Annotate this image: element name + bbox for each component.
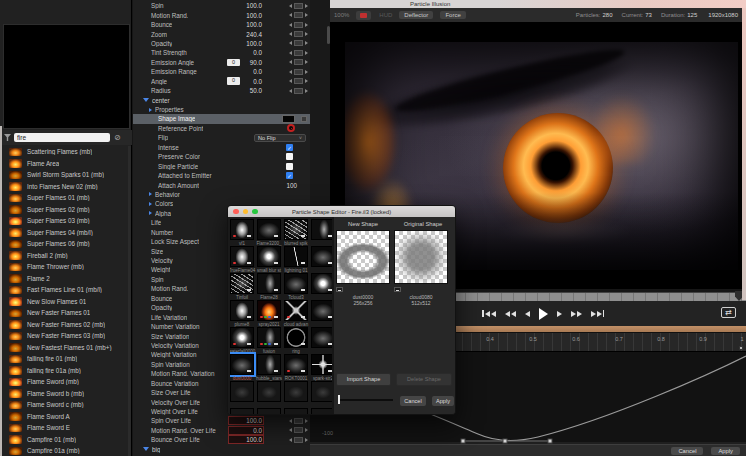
emitter-list-item[interactable]: Flame 2 bbox=[0, 273, 129, 285]
property-value[interactable]: 100.0 bbox=[226, 21, 262, 28]
property-value[interactable]: 0.0 bbox=[226, 68, 262, 75]
original-shape-flag-icon[interactable] bbox=[394, 287, 401, 292]
property-row[interactable]: Shape Image ˅ bbox=[133, 114, 310, 123]
emitter-list-item[interactable]: Into Flames New 02 (mb) bbox=[0, 181, 129, 193]
shape-tile[interactable]: lightning 01 bbox=[284, 246, 308, 273]
shape-tile[interactable]: ROKT0001 bbox=[284, 354, 308, 381]
property-value[interactable]: 0.0 bbox=[226, 49, 262, 56]
emitter-list-item[interactable]: New Faster Flames 01 bbox=[0, 307, 129, 319]
property-value[interactable]: 100.0 bbox=[226, 40, 262, 47]
property-checkbox[interactable] bbox=[286, 163, 293, 170]
property-value[interactable]: 0.0 bbox=[228, 426, 264, 435]
value-stepper[interactable] bbox=[289, 31, 308, 37]
force-button[interactable]: Force bbox=[440, 11, 465, 19]
stepper-slider-box[interactable] bbox=[294, 69, 303, 75]
stepper-slider-box[interactable] bbox=[294, 78, 303, 84]
value-stepper[interactable] bbox=[289, 12, 308, 18]
shape-tile[interactable] bbox=[230, 408, 254, 415]
emitter-list-item[interactable]: Super Flames 04 (mb/l) bbox=[0, 227, 129, 239]
delete-shape-button[interactable]: Delete Shape bbox=[396, 373, 452, 386]
group-bullet-icon[interactable] bbox=[149, 211, 152, 215]
stepper-slider-box[interactable] bbox=[294, 31, 303, 37]
expand-triangle-icon[interactable] bbox=[143, 98, 149, 102]
property-row[interactable]: Reference Point ˅ bbox=[133, 124, 310, 133]
stepper-right-arrow-icon[interactable] bbox=[305, 51, 308, 55]
emitter-list-item[interactable]: Super Flames 06 (mb) bbox=[0, 238, 129, 250]
stepper-right-arrow-icon[interactable] bbox=[305, 79, 308, 83]
go-to-start-button[interactable] bbox=[482, 310, 496, 317]
stepper-right-arrow-icon[interactable] bbox=[305, 419, 308, 423]
row-mini-icon[interactable] bbox=[301, 116, 307, 122]
stepper-slider-box[interactable] bbox=[294, 88, 303, 94]
stepper-slider-box[interactable] bbox=[294, 418, 303, 424]
stepper-left-arrow-icon[interactable] bbox=[289, 32, 292, 36]
keyframe-marker[interactable] bbox=[739, 346, 743, 350]
stepper-right-arrow-icon[interactable] bbox=[305, 4, 308, 8]
rewind-button[interactable] bbox=[505, 311, 516, 317]
value-stepper[interactable] bbox=[289, 437, 308, 443]
stepper-slider-box[interactable] bbox=[294, 427, 303, 433]
shape-tile[interactable] bbox=[284, 381, 308, 408]
value-stepper[interactable] bbox=[289, 427, 308, 433]
property-row[interactable]: Tint Strength 0.0 0.0˅ bbox=[133, 48, 310, 57]
curve-handle-mid[interactable] bbox=[503, 439, 507, 443]
stepper-right-arrow-icon[interactable] bbox=[305, 89, 308, 93]
stepper-right-arrow-icon[interactable] bbox=[305, 438, 308, 442]
stepper-right-arrow-icon[interactable] bbox=[305, 41, 308, 45]
stepper-right-arrow-icon[interactable] bbox=[305, 32, 308, 36]
property-value[interactable]: 90.0 bbox=[226, 59, 262, 66]
property-row[interactable]: Preserve Color ˅ bbox=[133, 152, 310, 161]
shape-image-swatch[interactable] bbox=[282, 115, 295, 123]
property-value[interactable]: 100 bbox=[273, 182, 297, 189]
property-row[interactable]: Intense ˅ bbox=[133, 143, 310, 152]
property-row[interactable]: Motion Rand. Over Life 0.0 0.0˅ bbox=[133, 426, 310, 435]
stepper-left-arrow-icon[interactable] bbox=[289, 51, 292, 55]
reference-point-icon[interactable] bbox=[287, 124, 295, 132]
deflector-button[interactable]: Deflector bbox=[399, 11, 433, 19]
shape-tile[interactable] bbox=[257, 408, 281, 415]
property-value[interactable]: 100.0 bbox=[226, 12, 262, 19]
stepper-slider-box[interactable] bbox=[294, 437, 303, 443]
shape-tile[interactable] bbox=[284, 408, 308, 415]
emitter-list-item[interactable]: Flame Sword b (mb) bbox=[0, 388, 129, 400]
emitter-list-item[interactable]: falling fire 01a (mb) bbox=[0, 365, 129, 377]
emitter-list-item[interactable]: Flame Sword (mb) bbox=[0, 376, 129, 388]
shape-tile[interactable]: waterfall0000 bbox=[230, 327, 254, 354]
shape-tile[interactable]: Tcloud3 bbox=[284, 273, 308, 300]
emitter-list-item[interactable]: New Faster Flames 03 (mb) bbox=[0, 330, 129, 342]
new-shape-flag-icon[interactable] bbox=[336, 287, 343, 292]
stepper-left-arrow-icon[interactable] bbox=[289, 23, 292, 27]
shape-tile[interactable]: Flame3200_ bbox=[257, 219, 281, 246]
dialog-cancel-button[interactable]: Cancel bbox=[400, 396, 426, 406]
stepper-left-arrow-icon[interactable] bbox=[289, 41, 292, 45]
value-stepper[interactable] bbox=[289, 78, 308, 84]
property-row[interactable]: Attach Amount 100 100˅ bbox=[133, 180, 310, 189]
stepper-left-arrow-icon[interactable] bbox=[289, 60, 292, 64]
stepper-left-arrow-icon[interactable] bbox=[289, 419, 292, 423]
property-row[interactable]: Attached to Emitter ˅ bbox=[133, 171, 310, 180]
shape-tile[interactable]: small blur st bbox=[257, 246, 281, 273]
stepper-right-arrow-icon[interactable] bbox=[305, 13, 308, 17]
shape-tile[interactable]: fusion bbox=[257, 327, 281, 354]
group-bullet-icon[interactable] bbox=[149, 108, 152, 112]
property-value[interactable]: 0.0 bbox=[226, 78, 262, 85]
emitter-list-item[interactable]: New Fastest Flames 01 (mb+) bbox=[0, 342, 129, 354]
stepper-slider-box[interactable] bbox=[294, 50, 303, 56]
step-back-button[interactable] bbox=[525, 311, 530, 317]
shape-tile[interactable]: spray2021 bbox=[257, 300, 281, 327]
property-value[interactable]: 100.0 bbox=[226, 2, 262, 9]
emitter-list-item[interactable]: falling fire 01 (mb) bbox=[0, 353, 129, 365]
apply-button[interactable]: Apply bbox=[711, 447, 740, 455]
stepper-slider-box[interactable] bbox=[294, 3, 303, 9]
value-stepper[interactable] bbox=[289, 418, 308, 424]
expand-triangle-icon[interactable] bbox=[143, 447, 149, 451]
property-row[interactable]: Spin Over Life 100.0 100.0˅ bbox=[133, 416, 310, 425]
emitter-button[interactable] bbox=[356, 11, 371, 20]
property-value[interactable]: 50.0 bbox=[226, 87, 262, 94]
step-forward-button[interactable] bbox=[557, 311, 562, 317]
stepper-slider-box[interactable] bbox=[294, 12, 303, 18]
stepper-right-arrow-icon[interactable] bbox=[305, 428, 308, 432]
property-row[interactable]: Bounce Over Life 100.0 100.0˅ bbox=[133, 435, 310, 444]
shape-tile[interactable]: Flame28 bbox=[257, 273, 281, 300]
stepper-slider-box[interactable] bbox=[294, 40, 303, 46]
